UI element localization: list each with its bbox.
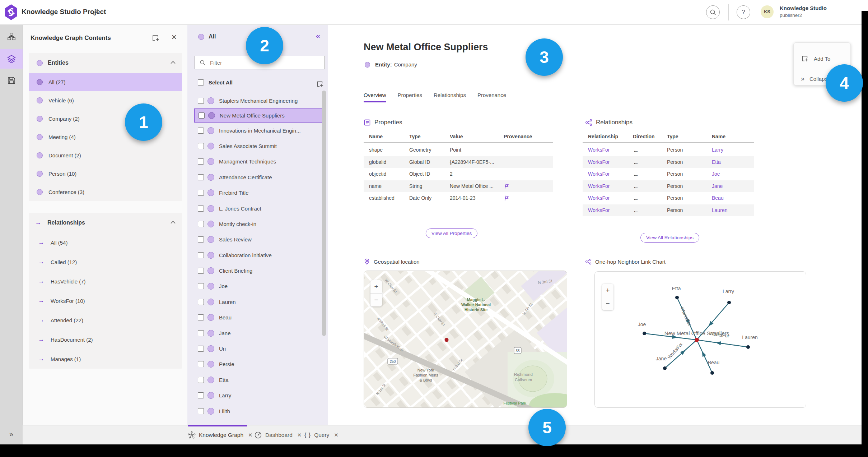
collapse-panel-button[interactable]: « xyxy=(316,32,320,41)
zoom-out-button[interactable]: − xyxy=(370,294,382,306)
list-item[interactable]: L. Jones Contract xyxy=(187,200,328,216)
tab-query[interactable]: { }Query✕ xyxy=(304,425,339,445)
list-item[interactable]: Lilith xyxy=(187,403,328,419)
add-to-new-map-icon[interactable] xyxy=(316,80,324,88)
list-item[interactable]: Beau xyxy=(187,310,328,325)
sidebar-item-entity[interactable]: All (27) xyxy=(29,73,182,91)
close-panel-button[interactable]: ✕ xyxy=(171,33,177,41)
zoom-in-button[interactable]: + xyxy=(370,280,382,294)
relationship-link[interactable]: WorksFor xyxy=(588,195,610,201)
item-checkbox[interactable] xyxy=(198,408,204,414)
list-item[interactable]: Collaboration initiative xyxy=(187,248,328,263)
item-checkbox[interactable] xyxy=(198,314,204,320)
item-checkbox[interactable] xyxy=(198,377,204,383)
list-item[interactable]: Client Briefing xyxy=(187,263,328,278)
sidebar-item-entity[interactable]: Document (2) xyxy=(29,146,182,165)
avatar[interactable]: KS xyxy=(761,5,774,18)
entity-name-link[interactable]: Jane xyxy=(712,183,723,189)
edit-title-icon[interactable] xyxy=(92,8,100,16)
save-button[interactable] xyxy=(0,71,23,90)
graph-node[interactable] xyxy=(663,366,667,370)
item-checkbox[interactable] xyxy=(198,174,204,180)
item-checkbox[interactable] xyxy=(198,190,204,196)
item-checkbox[interactable] xyxy=(198,346,204,352)
graph-node[interactable] xyxy=(727,301,731,304)
tab-overview[interactable]: Overview xyxy=(364,92,386,102)
list-item[interactable]: Staplers Mechanical Engineering xyxy=(187,93,328,109)
entity-name-link[interactable]: Joe xyxy=(712,171,720,177)
select-all-checkbox[interactable] xyxy=(198,79,204,86)
relationship-link[interactable]: WorksFor xyxy=(588,159,610,165)
list-item[interactable]: Jane xyxy=(187,325,328,341)
layers-button[interactable] xyxy=(0,49,23,69)
relationship-link[interactable]: WorksFor xyxy=(588,183,610,189)
tab-relationships[interactable]: Relationships xyxy=(434,92,466,102)
expand-rail-button[interactable]: » xyxy=(0,424,23,444)
item-checkbox[interactable] xyxy=(198,283,204,289)
list-item[interactable]: Attendance Certificate xyxy=(187,170,328,185)
close-tab-icon[interactable]: ✕ xyxy=(297,432,302,438)
map[interactable]: 25033W Clay StN 3rd StMaggie L.Walker Na… xyxy=(364,271,567,408)
view-all-relationships-button[interactable]: View All Relationships xyxy=(640,233,699,243)
sidebar-item-relationship[interactable]: →Manages (1) xyxy=(29,349,182,369)
sidebar-item-relationship[interactable]: →HasVehicle (7) xyxy=(29,272,182,291)
item-checkbox[interactable] xyxy=(198,158,204,165)
item-checkbox[interactable] xyxy=(198,206,204,212)
item-checkbox[interactable] xyxy=(198,392,204,398)
relationship-link[interactable]: WorksFor xyxy=(588,147,610,153)
tab-knowledge-graph[interactable]: Knowledge Graph✕ xyxy=(188,425,253,445)
scrollbar-thumb[interactable] xyxy=(322,91,326,336)
graph-node[interactable] xyxy=(746,345,750,349)
view-all-properties-button[interactable]: View All Properties xyxy=(426,228,477,238)
item-checkbox[interactable] xyxy=(198,128,204,134)
item-checkbox[interactable] xyxy=(198,221,204,227)
item-checkbox[interactable] xyxy=(198,299,204,305)
graph-node[interactable] xyxy=(643,332,646,335)
graph-node[interactable] xyxy=(675,296,679,299)
item-checkbox[interactable] xyxy=(198,361,204,367)
help-button[interactable]: ? xyxy=(737,5,750,19)
list-item[interactable]: Innovations in Mechanical Engin... xyxy=(187,123,328,138)
add-to-new-map-icon[interactable] xyxy=(151,34,160,42)
sidebar-item-entity[interactable]: Vehicle (6) xyxy=(29,91,182,110)
item-checkbox[interactable] xyxy=(198,268,204,274)
graph-node[interactable] xyxy=(710,371,714,375)
list-item[interactable]: Sales Associate Summit xyxy=(187,138,328,154)
sidebar-item-entity[interactable]: Person (10) xyxy=(29,165,182,183)
entity-name-link[interactable]: Larry xyxy=(712,147,723,153)
list-item[interactable]: Persie xyxy=(187,356,328,372)
tab-properties[interactable]: Properties xyxy=(398,92,422,102)
zoom-in-button[interactable]: + xyxy=(602,284,613,297)
data-model-button[interactable] xyxy=(0,27,23,46)
list-item[interactable]: Larry xyxy=(187,388,328,403)
sidebar-item-relationship[interactable]: →Attended (22) xyxy=(29,310,182,330)
sidebar-item-relationship[interactable]: →WorksFor (10) xyxy=(29,291,182,310)
list-item[interactable]: Firebird Title xyxy=(187,185,328,200)
entities-section-header[interactable]: Entities xyxy=(29,53,182,73)
add-to-menu-item[interactable]: Add To xyxy=(801,55,830,63)
entity-name-link[interactable]: Beau xyxy=(712,195,724,201)
relationships-section-header[interactable]: → Relationships xyxy=(29,213,182,233)
sidebar-item-relationship[interactable]: →HasDocument (2) xyxy=(29,330,182,349)
entity-name-link[interactable]: Etta xyxy=(712,159,721,165)
relationship-link[interactable]: WorksFor xyxy=(588,171,610,177)
link-chart[interactable]: WorksForWorksForWorksForEttaLarryJoeLaur… xyxy=(594,271,806,408)
list-item[interactable]: Managment Techniques xyxy=(187,154,328,169)
sidebar-item-relationship[interactable]: →All (54) xyxy=(29,233,182,252)
list-item[interactable]: Lauren xyxy=(187,294,328,310)
close-tab-icon[interactable]: ✕ xyxy=(334,432,339,438)
item-checkbox[interactable] xyxy=(198,143,204,149)
item-checkbox[interactable] xyxy=(198,330,204,336)
item-checkbox[interactable] xyxy=(198,98,204,104)
list-item[interactable]: Joe xyxy=(187,278,328,294)
list-item[interactable]: Sales Review xyxy=(187,232,328,247)
item-checkbox[interactable] xyxy=(198,252,204,258)
tab-provenance[interactable]: Provenance xyxy=(477,92,506,102)
search-button[interactable] xyxy=(706,5,720,19)
graph-center-node[interactable] xyxy=(695,338,699,342)
item-checkbox[interactable] xyxy=(199,112,205,119)
relationship-link[interactable]: WorksFor xyxy=(588,207,610,213)
list-item[interactable]: New Metal Office Suppliers xyxy=(194,109,324,123)
item-checkbox[interactable] xyxy=(198,236,204,243)
list-item[interactable]: Montly check-in xyxy=(187,216,328,232)
